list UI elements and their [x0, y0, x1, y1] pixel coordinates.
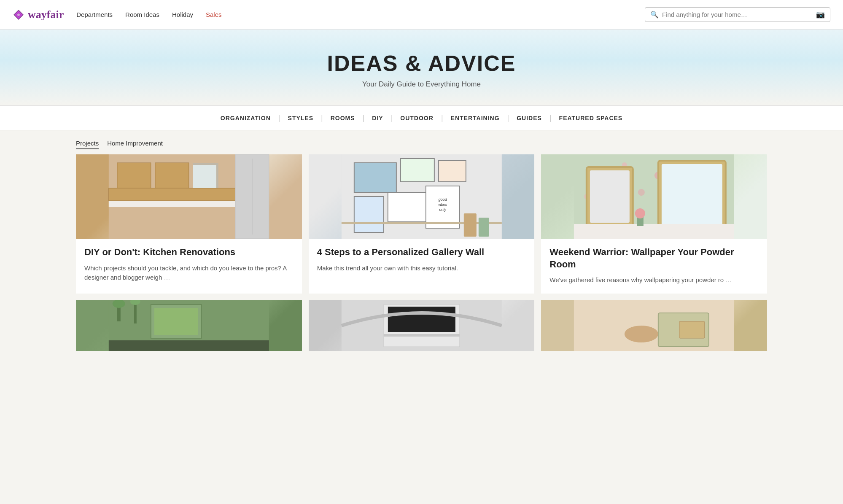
- svg-point-56: [625, 326, 658, 342]
- articles-grid-bottom: [0, 300, 843, 351]
- cat-diy[interactable]: DIY: [364, 115, 391, 121]
- svg-rect-5: [117, 163, 151, 188]
- hero-banner: IDEAS & ADVICE Your Daily Guide to Every…: [0, 30, 843, 105]
- bottom-img-1: [76, 300, 302, 351]
- svg-rect-15: [400, 159, 434, 182]
- article-card-kitchen[interactable]: DIY or Don't: Kitchen Renovations Which …: [76, 154, 302, 294]
- svg-text:good: good: [438, 197, 447, 202]
- logo-link[interactable]: wayfair: [13, 8, 64, 21]
- svg-point-33: [638, 189, 645, 196]
- articles-grid: DIY or Don't: Kitchen Renovations Which …: [0, 154, 843, 300]
- cat-entertaining[interactable]: ENTERTAINING: [443, 115, 507, 121]
- camera-icon[interactable]: 📷: [816, 10, 825, 19]
- svg-rect-9: [109, 188, 235, 201]
- svg-rect-54: [574, 300, 734, 351]
- svg-rect-14: [354, 163, 396, 192]
- category-nav: ORGANIZATION | STYLES | ROOMS | DIY | OU…: [0, 105, 843, 130]
- article-image-kitchen: [76, 154, 302, 239]
- header: wayfair Departments Room Ideas Holiday S…: [0, 0, 843, 30]
- article-body-bathroom: Weekend Warrior: Wallpaper Your Powder R…: [541, 239, 767, 294]
- svg-text:only: only: [439, 208, 446, 212]
- article-desc-kitchen: Which projects should you tackle, and wh…: [84, 264, 294, 283]
- nav-sales[interactable]: Sales: [206, 11, 222, 18]
- subtab-projects[interactable]: Projects: [76, 138, 99, 149]
- search-icon: 🔍: [650, 11, 659, 19]
- svg-rect-38: [662, 164, 722, 229]
- cat-guides[interactable]: GUIDES: [509, 115, 549, 121]
- svg-rect-17: [354, 197, 383, 232]
- hero-subtitle: Your Daily Guide to Everything Home: [8, 80, 835, 89]
- article-card-gallery[interactable]: good vibes only 4 Steps to a Personalize…: [309, 154, 535, 294]
- article-card-bottom-1[interactable]: [76, 300, 302, 351]
- article-desc-gallery: Make this trend all your own with this e…: [317, 264, 526, 273]
- logo-text: wayfair: [28, 8, 64, 21]
- cat-rooms[interactable]: ROOMS: [323, 115, 363, 121]
- svg-rect-53: [383, 334, 459, 337]
- bathroom-illustration: [541, 154, 767, 239]
- nav-holiday[interactable]: Holiday: [172, 11, 193, 18]
- article-card-bottom-2[interactable]: [309, 300, 535, 351]
- svg-point-41: [635, 208, 645, 218]
- logo-icon: [13, 9, 24, 21]
- article-title-gallery: 4 Steps to a Personalized Gallery Wall: [317, 246, 526, 259]
- gallery-illustration: good vibes only: [309, 154, 535, 239]
- article-desc-bathroom: We've gathered five reasons why wallpape…: [549, 275, 759, 285]
- svg-rect-49: [109, 340, 269, 351]
- article-image-gallery: good vibes only: [309, 154, 535, 239]
- svg-rect-52: [388, 307, 455, 332]
- cat-styles[interactable]: STYLES: [280, 115, 321, 121]
- hero-title: IDEAS & ADVICE: [8, 51, 835, 76]
- kitchen-illustration: [76, 154, 302, 239]
- svg-rect-45: [134, 302, 137, 323]
- svg-rect-6: [155, 163, 189, 188]
- sub-tabs: Projects Home Improvement: [0, 130, 843, 154]
- bottom-img-3: [541, 300, 767, 351]
- article-card-bottom-3[interactable]: [541, 300, 767, 351]
- cat-outdoor[interactable]: OUTDOOR: [393, 115, 441, 121]
- svg-rect-36: [590, 170, 630, 223]
- svg-point-3: [17, 13, 20, 16]
- svg-rect-8: [109, 201, 235, 207]
- search-bar: 🔍 📷: [645, 7, 830, 22]
- article-image-bathroom: [541, 154, 767, 239]
- article-title-kitchen: DIY or Don't: Kitchen Renovations: [84, 246, 294, 259]
- svg-text:vibes: vibes: [438, 202, 447, 207]
- svg-rect-24: [463, 213, 476, 237]
- cat-featured-spaces[interactable]: FEATURED SPACES: [552, 115, 630, 121]
- svg-rect-57: [679, 321, 705, 338]
- svg-rect-16: [438, 161, 466, 182]
- nav-departments[interactable]: Departments: [76, 11, 113, 18]
- article-body-kitchen: DIY or Don't: Kitchen Renovations Which …: [76, 239, 302, 291]
- svg-rect-39: [574, 224, 734, 239]
- main-nav: Departments Room Ideas Holiday Sales: [76, 11, 645, 18]
- article-card-bathroom[interactable]: Weekend Warrior: Wallpaper Your Powder R…: [541, 154, 767, 294]
- bottom-img-2: [309, 300, 535, 351]
- search-input[interactable]: [662, 11, 813, 18]
- svg-rect-23: [341, 222, 501, 224]
- article-title-bathroom: Weekend Warrior: Wallpaper Your Powder R…: [549, 246, 759, 270]
- svg-rect-48: [154, 308, 198, 335]
- svg-rect-12: [193, 165, 216, 188]
- cat-organization[interactable]: ORGANIZATION: [213, 115, 278, 121]
- svg-rect-25: [478, 218, 489, 237]
- subtab-home-improvement[interactable]: Home Improvement: [107, 138, 163, 149]
- nav-room-ideas[interactable]: Room Ideas: [125, 11, 159, 18]
- article-body-gallery: 4 Steps to a Personalized Gallery Wall M…: [309, 239, 535, 281]
